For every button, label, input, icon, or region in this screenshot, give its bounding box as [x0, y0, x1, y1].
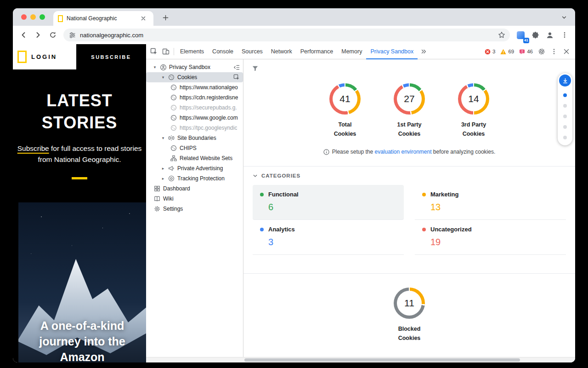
expander-closed-icon[interactable]: ▸ [161, 166, 165, 171]
story-title[interactable]: A one-of-a-kind journey into the Amazon [18, 318, 146, 362]
tree-item-cookie-origin[interactable]: https://securepubads.g. [146, 103, 243, 113]
subscribe-text-link[interactable]: Subscribe [17, 144, 49, 152]
tree-item-label: CHIPS [180, 145, 197, 151]
intro-rest: for full access to read stories from Nat… [38, 144, 142, 163]
expander-open-icon[interactable]: ▾ [153, 65, 157, 69]
tab-console[interactable]: Console [208, 44, 237, 59]
subscribe-button[interactable]: SUBSCRIBE [76, 44, 146, 69]
extension-icon[interactable]: 41 [514, 28, 527, 42]
evaluation-environment-link[interactable]: evaluation environment [374, 149, 431, 155]
new-tab-button[interactable] [160, 12, 171, 23]
window-controls [21, 14, 45, 20]
info-text-prefix: Please setup the [332, 149, 375, 155]
cookie-donut-charts: 41 Total Cookies 27 [243, 83, 575, 138]
cookie-icon [170, 124, 177, 132]
category-dot [260, 193, 264, 196]
maximize-window-button[interactable] [40, 14, 45, 20]
inspect-target-icon[interactable] [233, 74, 240, 80]
inspect-element-icon[interactable] [148, 46, 160, 58]
section-nav-dot[interactable] [563, 93, 567, 97]
horizontal-scrollbar[interactable] [146, 357, 575, 362]
back-button[interactable] [17, 28, 30, 42]
expander-open-icon[interactable]: ▾ [161, 136, 165, 140]
devtools-settings-gear-icon[interactable] [536, 46, 548, 58]
scrollbar-thumb[interactable] [244, 358, 520, 362]
navigation-toolbar: nationalgeographic.com 41 [13, 26, 575, 44]
tree-item-cookies[interactable]: ▾ Cookies [146, 72, 243, 82]
close-window-button[interactable] [21, 14, 27, 20]
bookmark-star-icon[interactable] [496, 29, 507, 40]
tab-privacy-sandbox[interactable]: Privacy Sandbox [366, 44, 418, 59]
site-settings-icon[interactable] [69, 32, 76, 39]
category-functional[interactable]: Functional 6 [253, 185, 404, 220]
tree-item-label: https://www.google.com [180, 115, 238, 121]
minimize-window-button[interactable] [30, 14, 36, 20]
issues-count[interactable]: 46 [519, 49, 533, 55]
more-tabs-icon[interactable] [418, 46, 430, 58]
tab-memory[interactable]: Memory [337, 44, 366, 59]
tree-item-private-advertising[interactable]: ▸ Private Advertising [146, 163, 243, 173]
category-uncategorized[interactable]: Uncategorized 19 [415, 220, 566, 255]
section-nav-dot[interactable] [563, 104, 567, 108]
tab-sources[interactable]: Sources [237, 44, 267, 59]
expander-open-icon[interactable]: ▾ [161, 75, 165, 80]
section-nav-dot[interactable] [563, 136, 567, 139]
devtools-body: ▾ Privacy Sandbox ▾ Cookies https://www.… [146, 59, 575, 362]
browser-menu-kebab-icon[interactable] [558, 28, 571, 42]
extensions-puzzle-icon[interactable] [528, 28, 542, 42]
category-count: 3 [268, 237, 396, 247]
warning-count[interactable]: 69 [500, 49, 514, 55]
tree-item-cookie-origin[interactable]: https://tpc.googlesyndic [146, 123, 243, 133]
reload-button[interactable] [46, 28, 60, 42]
url-text[interactable]: nationalgeographic.com [80, 32, 492, 39]
hero-image-mountain[interactable]: A one-of-a-kind journey into the Amazon [18, 202, 146, 362]
url-bar[interactable]: nationalgeographic.com [63, 29, 510, 41]
tab-search-button[interactable] [559, 12, 570, 23]
tree-item-label: Tracking Protection [177, 175, 225, 182]
browser-tab[interactable]: National Geographic [53, 11, 153, 26]
category-analytics[interactable]: Analytics 3 [253, 220, 404, 255]
tab-strip: National Geographic [13, 8, 575, 26]
tree-item-label: Wiki [163, 196, 174, 202]
natgeo-logo[interactable] [17, 51, 27, 63]
download-button[interactable] [559, 75, 571, 86]
devtools-menu-kebab-icon[interactable] [548, 46, 560, 58]
login-link[interactable]: LOGIN [31, 53, 57, 60]
categories-section: CATEGORIES Functional 6 Marketing 13 [243, 166, 575, 255]
section-nav-dot[interactable] [563, 125, 567, 129]
tree-item-label: Site Boundaries [177, 135, 216, 141]
forward-button[interactable] [31, 28, 45, 42]
page-headline: LATEST STORIES [27, 90, 132, 134]
filter-icon[interactable] [249, 62, 261, 74]
tab-elements[interactable]: Elements [176, 44, 208, 59]
tree-item-privacy-sandbox[interactable]: ▾ Privacy Sandbox [146, 62, 243, 72]
tree-item-cookie-origin[interactable]: https://cdn.registerdisne [146, 92, 243, 103]
tree-item-chips[interactable]: CHIPS [146, 143, 243, 153]
tree-item-wiki[interactable]: Wiki [146, 194, 243, 204]
cookie-icon [170, 84, 177, 91]
tree-item-related-website-sets[interactable]: Related Website Sets [146, 153, 243, 163]
devtools-close-icon[interactable] [560, 46, 572, 58]
tab-close-icon[interactable] [138, 13, 149, 24]
category-name: Analytics [268, 226, 295, 233]
category-marketing[interactable]: Marketing 13 [415, 185, 566, 220]
profile-avatar[interactable] [543, 28, 557, 42]
tab-title: National Geographic [67, 15, 134, 22]
tab-network[interactable]: Network [267, 44, 296, 59]
section-nav-dot[interactable] [563, 115, 567, 118]
tab-performance[interactable]: Performance [296, 44, 338, 59]
error-count[interactable]: 3 [485, 49, 495, 55]
tree-item-tracking-protection[interactable]: ▸ Tracking Protection [146, 173, 243, 184]
tree-item-cookie-origin[interactable]: https://www.google.com [146, 113, 243, 123]
categories-header[interactable]: CATEGORIES [253, 173, 566, 178]
book-icon [153, 195, 161, 202]
total-cookies-donut: 41 Total Cookies [321, 83, 369, 138]
tree-item-cookie-origin[interactable]: https://www.nationalgeo [146, 82, 243, 92]
content-area: LOGIN SUBSCRIBE LATEST STORIES Subscribe… [13, 44, 575, 362]
tree-item-settings[interactable]: Settings [146, 204, 243, 214]
tree-item-site-boundaries[interactable]: ▾ Site Boundaries [146, 133, 243, 143]
collapse-sidebar-icon[interactable] [233, 64, 240, 71]
device-toolbar-icon[interactable] [160, 46, 172, 58]
tree-item-dashboard[interactable]: Dashboard [146, 184, 243, 194]
expander-closed-icon[interactable]: ▸ [161, 176, 165, 181]
